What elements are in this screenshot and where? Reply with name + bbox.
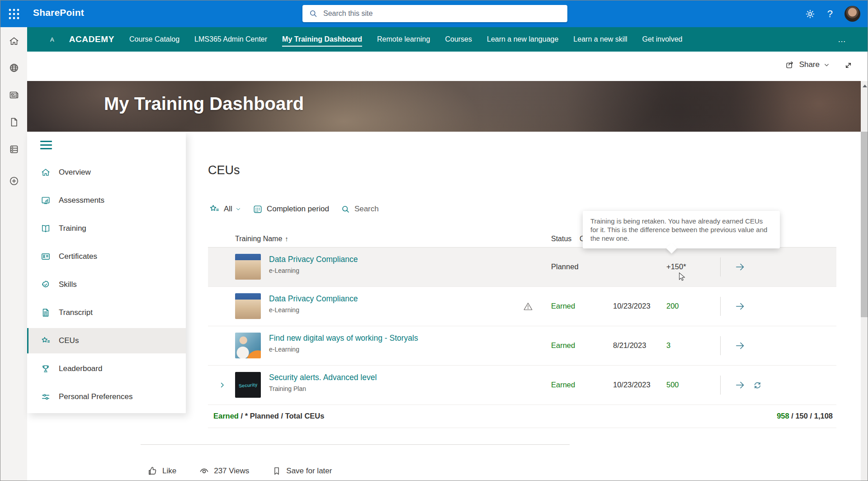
warning-icon[interactable] [523, 301, 533, 312]
engagement-bar: Like 237 Views Save for later [147, 466, 332, 476]
sidebar-item-label: Skills [59, 280, 77, 289]
share-button[interactable]: Share [785, 60, 830, 70]
rail-document-icon[interactable] [9, 117, 19, 128]
sidebar-item-ceus[interactable]: CEUs [27, 328, 186, 353]
sidebar-item-personal-preferences[interactable]: Personal Preferences [27, 384, 186, 410]
retake-refresh-icon[interactable] [752, 380, 763, 391]
rail-home-icon[interactable] [9, 36, 19, 47]
hero-banner: My Training Dashboard [27, 81, 861, 132]
help-icon[interactable]: ? [827, 8, 833, 20]
sidebar-item-transcript[interactable]: Transcript [27, 300, 186, 325]
preferences-icon [41, 392, 51, 402]
row-divider [720, 257, 721, 276]
app-rail [0, 27, 27, 481]
completion-date-value: 8/21/2023 [613, 341, 646, 350]
nav-item-learn-a-new-skill[interactable]: Learn a new skill [573, 35, 627, 43]
scrollbar-thumb[interactable] [861, 132, 868, 317]
sidebar-item-certificates[interactable]: Certificates [27, 244, 186, 269]
search-input[interactable] [322, 9, 561, 18]
nav-item-get-involved[interactable]: Get involved [642, 35, 683, 43]
expand-page-icon[interactable] [844, 61, 853, 70]
training-name-link[interactable]: Security alerts. Advanced level [269, 373, 377, 382]
nav-item-learn-a-new-language[interactable]: Learn a new language [487, 35, 558, 43]
app-title[interactable]: SharePoint [33, 7, 84, 18]
column-header-status[interactable]: Status [551, 235, 571, 243]
sidebar-item-training[interactable]: Training [27, 216, 186, 241]
search-icon [309, 9, 318, 18]
training-name-link[interactable]: Data Privacy Compliance [269, 255, 358, 264]
training-type: Training Plan [269, 385, 377, 392]
ceu-tooltip: Training is being retaken. You have alre… [583, 211, 780, 248]
rail-globe-icon[interactable] [9, 62, 19, 73]
summary-earned-label: Earned [213, 412, 239, 420]
assessments-icon [41, 195, 51, 205]
page-scrollbar[interactable] [861, 81, 868, 481]
completion-period-icon[interactable] [253, 204, 263, 214]
nav-item-course-catalog[interactable]: Course Catalog [129, 35, 179, 43]
rail-lists-icon[interactable] [9, 144, 19, 155]
site-logo[interactable]: A [50, 36, 54, 43]
tooltip-text: Training is being retaken. You have alre… [590, 217, 767, 242]
table-row[interactable]: SecuritySecurity alerts. Advanced levelT… [208, 366, 836, 405]
row-divider [720, 297, 721, 316]
open-training-arrow-icon[interactable] [734, 340, 746, 352]
table-row[interactable]: Find new digital ways of working - Story… [208, 326, 836, 366]
save-for-later-button[interactable]: Save for later [272, 466, 332, 476]
nav-item-courses[interactable]: Courses [445, 35, 472, 43]
site-navigation: A ACADEMY Course CatalogLMS365 Admin Cen… [27, 27, 868, 52]
sidebar-item-skills[interactable]: Skills [27, 272, 186, 297]
table-search-input[interactable]: Search [354, 205, 379, 214]
site-search[interactable] [302, 5, 567, 22]
training-name-link[interactable]: Find new digital ways of working - Story… [269, 333, 418, 343]
sidebar-item-assessments[interactable]: Assessments [27, 188, 186, 213]
settings-gear-icon[interactable] [805, 9, 816, 19]
like-button[interactable]: Like [147, 466, 176, 476]
table-row[interactable]: Data Privacy Compliancee-LearningPlanned… [208, 248, 836, 287]
table-row[interactable]: Data Privacy Compliancee-LearningEarned1… [208, 287, 836, 326]
expand-chevron-icon[interactable] [218, 381, 227, 390]
sidebar-item-label: Training [59, 224, 86, 233]
ceu-value: 200 [666, 302, 679, 310]
open-training-arrow-icon[interactable] [734, 379, 746, 391]
ceu-toolbar: All Completion period Search [209, 201, 379, 217]
account-avatar[interactable] [844, 6, 860, 22]
rail-add-icon[interactable] [9, 176, 19, 186]
sidebar-item-label: Assessments [59, 196, 104, 205]
completion-date-value: 10/23/2023 [613, 381, 651, 389]
nav-item-lms365-admin-center[interactable]: LMS365 Admin Center [194, 35, 267, 43]
status-value: Earned [551, 341, 575, 350]
filter-all-dropdown[interactable]: All [224, 205, 232, 214]
training-name-link[interactable]: Data Privacy Compliance [269, 294, 358, 304]
sidebar-item-label: CEUs [59, 336, 79, 345]
training-thumbnail [235, 254, 261, 280]
completion-period-button[interactable]: Completion period [267, 205, 329, 214]
nav-overflow-icon[interactable]: … [838, 35, 847, 44]
ceu-value: 3 [666, 341, 670, 350]
skills-icon [41, 280, 51, 290]
nav-item-remote-learning[interactable]: Remote learning [377, 35, 430, 43]
sharepoint-window: SharePoint ? A ACADEMY Course CatalogLMS… [0, 0, 868, 481]
chevron-down-icon[interactable] [236, 206, 241, 212]
sidebar-item-label: Certificates [59, 252, 97, 261]
share-icon [785, 60, 795, 70]
training-type: e-Learning [269, 346, 418, 353]
status-value: Earned [551, 302, 575, 310]
scrollbar-up-icon[interactable] [863, 85, 867, 87]
nav-item-my-training-dashboard[interactable]: My Training Dashboard [282, 35, 362, 43]
home-icon [41, 167, 51, 177]
transcript-icon [41, 308, 51, 318]
ceu-summary-row: Earned / * Planned / Total CEUs 958 / 15… [208, 405, 836, 428]
app-launcher-icon[interactable] [8, 8, 20, 20]
sidebar-item-leaderboard[interactable]: Leaderboard [27, 356, 186, 381]
rail-news-icon[interactable] [9, 90, 19, 100]
open-training-arrow-icon[interactable] [734, 261, 746, 273]
sidebar-item-overview[interactable]: Overview [27, 160, 186, 185]
column-header-training-name[interactable]: Training Name↑ [235, 235, 288, 243]
table-search-icon[interactable] [341, 205, 350, 214]
open-training-arrow-icon[interactable] [734, 300, 746, 312]
site-title[interactable]: ACADEMY [69, 34, 114, 44]
menu-toggle-icon[interactable] [40, 141, 52, 150]
suite-bar: SharePoint ? [0, 0, 868, 27]
dashboard-side-panel: OverviewAssessmentsTrainingCertificatesS… [27, 132, 186, 413]
ceu-filter-icon[interactable] [209, 204, 220, 214]
